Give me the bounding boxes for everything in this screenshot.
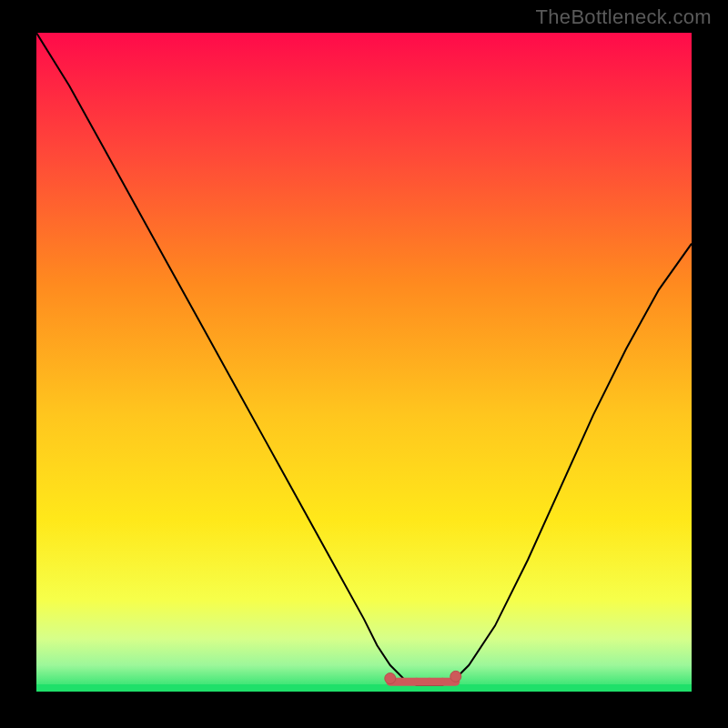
svg-point-4 bbox=[440, 678, 445, 682]
plot-area bbox=[36, 33, 692, 692]
marker-right bbox=[450, 671, 461, 682]
svg-point-3 bbox=[428, 678, 432, 682]
bottleneck-curve-layer bbox=[36, 33, 692, 692]
bottleneck-curve bbox=[36, 33, 692, 685]
chart-frame: TheBottleneck.com bbox=[0, 0, 728, 728]
svg-point-1 bbox=[401, 678, 406, 682]
svg-point-2 bbox=[414, 678, 419, 682]
marker-left bbox=[385, 673, 396, 684]
watermark-text: TheBottleneck.com bbox=[536, 5, 712, 29]
